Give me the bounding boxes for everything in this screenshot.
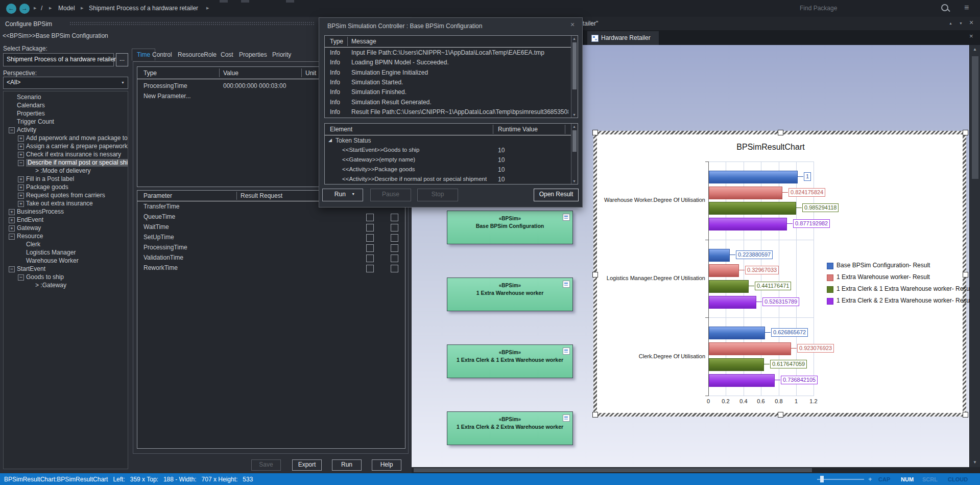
tree-item[interactable]: Gateway	[17, 224, 41, 232]
status-indicator-num[interactable]: NUM	[901, 476, 914, 482]
bpsim-node[interactable]: «BPSim»1 Extra Clerk & 1 Extra Warehouse…	[447, 344, 573, 378]
scroll-up-icon[interactable]: ▲	[973, 47, 977, 52]
tree-item[interactable]: EndEvent	[17, 216, 43, 224]
status-indicator-scrl[interactable]: SCRL	[922, 476, 938, 482]
selection-handle[interactable]	[963, 412, 968, 418]
open-result-button[interactable]: Open Result	[534, 189, 579, 201]
result-checkbox[interactable]	[366, 224, 374, 232]
tree-item[interactable]: Warehouse Worker	[26, 257, 79, 265]
col-parameter[interactable]: Parameter	[144, 192, 172, 199]
tree-item[interactable]: StartEvent	[17, 265, 45, 273]
selection-handle[interactable]	[592, 130, 598, 135]
close-tab-icon[interactable]: ×	[969, 32, 973, 40]
composite-diagram-icon[interactable]	[563, 281, 570, 288]
scroll-thumb[interactable]	[572, 42, 577, 89]
tree-item[interactable]: > :Gateway	[35, 282, 66, 289]
save-button[interactable]: Save	[251, 459, 281, 471]
chart-bar[interactable]	[709, 218, 787, 230]
result-row-reworktime[interactable]: ReworkTime	[144, 264, 178, 271]
scroll-up-icon[interactable]: ▲	[571, 125, 577, 128]
tree-expander-plus[interactable]: +	[9, 209, 15, 215]
horizontal-scrollbar[interactable]	[412, 467, 980, 473]
bpsim-result-chart[interactable]: BPSimResultChart 10.2238805970.626865672…	[597, 134, 963, 413]
menu-hamburger-icon[interactable]: ≡	[964, 3, 969, 12]
chart-bar[interactable]	[709, 327, 765, 339]
result-checkbox[interactable]	[366, 234, 374, 242]
result-checkbox[interactable]	[391, 234, 398, 242]
result-checkbox[interactable]	[391, 214, 398, 221]
chart-bar[interactable]	[709, 374, 775, 387]
result-row-transfertime[interactable]: TransferTime	[144, 203, 179, 210]
chevron-down-icon[interactable]: ▼	[959, 21, 963, 25]
tab-hardware-retailer[interactable]: Hardware Retailer	[587, 31, 659, 45]
tree-item[interactable]: Resource	[17, 233, 43, 240]
status-indicator-cloud[interactable]: CLOUD	[948, 476, 968, 482]
chart-bar[interactable]	[709, 171, 798, 183]
tree-item[interactable]: Trigger Count	[17, 118, 54, 126]
selection-handle[interactable]	[592, 412, 598, 418]
package-input[interactable]: Shipment Process of a hardware retailer	[3, 53, 114, 66]
tree-item[interactable]: Package goods	[26, 183, 68, 191]
result-row-queuetime[interactable]: QueueTime	[144, 213, 175, 220]
dialog-pause-button[interactable]: Pause	[370, 189, 411, 201]
col-value[interactable]: Value	[223, 70, 238, 77]
col-unit[interactable]: Unit	[305, 70, 316, 77]
tree-item[interactable]: Add paperwork and move package to pick	[26, 134, 128, 142]
col-element[interactable]: Element	[330, 126, 352, 133]
dialog-run-button[interactable]: Run ▼	[322, 189, 363, 201]
result-row-validationtime[interactable]: ValidationTime	[144, 254, 183, 261]
result-checkbox[interactable]	[391, 255, 398, 262]
help-button[interactable]: Help	[372, 459, 401, 471]
nav-forward-button[interactable]: →	[19, 4, 30, 14]
chart-bar[interactable]	[709, 202, 796, 215]
selection-handle[interactable]	[778, 412, 783, 418]
result-checkbox[interactable]	[366, 255, 374, 262]
result-row-processingtime[interactable]: ProcessingTime	[144, 244, 187, 251]
tree-item[interactable]: Logistics Manager	[26, 249, 76, 257]
scroll-down-icon[interactable]: ▼	[571, 113, 577, 117]
tree-item[interactable]: Request quotes from carriers	[26, 192, 105, 199]
tree-expander-minus[interactable]: −	[18, 274, 24, 281]
result-checkbox[interactable]	[366, 214, 374, 221]
tree-expander-plus[interactable]: +	[18, 144, 24, 150]
tree-item[interactable]: BusinessProcess	[17, 208, 64, 216]
tree-item[interactable]: Assign a carrier & prepare paperwork	[26, 143, 128, 150]
tab-properties[interactable]: Properties	[239, 51, 267, 58]
col-msg-type[interactable]: Type	[330, 38, 343, 45]
result-row-waittime[interactable]: WaitTime	[144, 223, 169, 230]
tree-item[interactable]: Scenario	[17, 94, 41, 101]
tree-item[interactable]: Take out extra insurance	[26, 200, 93, 207]
selection-handle[interactable]	[592, 272, 598, 278]
tree-item[interactable]: Calendars	[17, 102, 45, 109]
bpsim-node[interactable]: «BPSim»Base BPSim Configuration	[447, 211, 573, 244]
tree-expander-plus[interactable]: +	[18, 152, 24, 158]
tree-item[interactable]: Properties	[17, 110, 45, 118]
tab-priority[interactable]: Priority	[272, 51, 291, 58]
token-status-group-expander[interactable]: ◢	[328, 137, 332, 143]
param-row-value[interactable]: 000:000:000 000:03:00	[223, 82, 286, 89]
chart-bar[interactable]	[709, 280, 749, 293]
chart-bar[interactable]	[709, 264, 739, 277]
bpsim-node[interactable]: «BPSim»1 Extra Clerk & 2 Extra Warehouse…	[447, 411, 573, 445]
bpsim-node[interactable]: «BPSim»1 Extra Warehouse worker	[447, 278, 573, 311]
scroll-thumb[interactable]	[972, 56, 978, 179]
tree-item[interactable]: Describe if normal post or special shipm…	[26, 159, 128, 167]
breadcrumb-package[interactable]: Shipment Process of a hardware retailer	[89, 5, 198, 12]
zoom-plus[interactable]: +	[868, 475, 872, 483]
tree-expander-minus[interactable]: −	[9, 234, 15, 240]
tree-item[interactable]: Fill in a Post label	[26, 175, 74, 183]
search-icon[interactable]	[941, 4, 948, 11]
tree-expander-minus[interactable]: −	[18, 160, 24, 166]
zoom-slider-track[interactable]	[817, 479, 864, 480]
find-package-input[interactable]: Find Package	[800, 5, 837, 12]
export-button[interactable]: Export	[292, 459, 322, 471]
breadcrumb-root[interactable]: /	[41, 5, 42, 12]
tree-expander-minus[interactable]: −	[9, 266, 15, 272]
result-checkbox[interactable]	[391, 265, 398, 272]
tree-expander-plus[interactable]: +	[9, 225, 15, 232]
tree-item[interactable]: Check if extra insurance is nessary	[26, 151, 121, 158]
scroll-thumb[interactable]	[572, 130, 577, 152]
chart-selection-frame[interactable]: BPSimResultChart 10.2238805970.626865672…	[593, 131, 966, 417]
tree-expander-plus[interactable]: +	[18, 201, 24, 207]
chart-bar[interactable]	[709, 342, 791, 355]
